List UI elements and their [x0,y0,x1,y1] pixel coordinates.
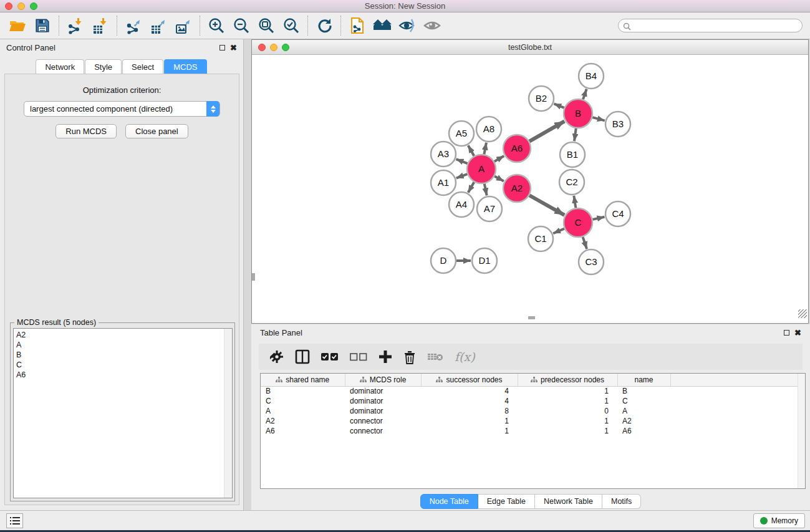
table-row[interactable]: Bdominator41B [261,386,805,396]
network-close-button[interactable] [258,44,266,51]
graph-edge-B-B2[interactable] [554,104,564,108]
table-row[interactable]: A6connector11A6 [261,426,805,436]
tab-mcds[interactable]: MCDS [164,59,206,74]
graph-edge-A-A6[interactable] [494,156,504,162]
export-image-icon[interactable] [171,14,196,37]
graph-node-A2[interactable]: A2 [503,175,531,202]
table-row[interactable]: A2connector11A2 [261,416,805,426]
zoom-in-icon[interactable] [204,14,229,37]
import-network-icon[interactable] [63,14,88,37]
graph-edge-A-A1[interactable] [456,174,468,178]
criterion-dropdown[interactable]: largest connected component (directed) [24,101,220,117]
run-mcds-button[interactable]: Run MCDS [55,124,117,138]
network-minimize-button[interactable] [270,44,277,51]
result-item[interactable]: C [16,360,232,370]
graph-edge-C-C1[interactable] [553,229,564,234]
graph-node-B[interactable]: B [564,99,592,128]
delete-table-icon[interactable] [427,352,443,362]
select-all-columns-icon[interactable] [321,352,339,361]
graph-edge-B-B4[interactable] [583,89,587,100]
graph-node-C[interactable]: C [564,208,592,237]
export-network-icon[interactable] [121,14,146,37]
float-table-panel-icon[interactable] [784,330,789,336]
zoom-selected-icon[interactable] [279,14,304,37]
graph-edge-A-A7[interactable] [485,184,487,196]
network-window-titlebar[interactable]: testGlobe.txt [252,40,808,55]
column-header-successor-nodes[interactable]: successor nodes [421,374,518,386]
table-row[interactable]: Cdominator41C [261,396,805,406]
network-overview-icon[interactable] [370,14,395,37]
column-header-MCDS-role[interactable]: MCDS role [345,374,421,386]
graph-node-B1[interactable]: B1 [560,142,585,167]
open-file-icon[interactable] [5,14,30,37]
graph-edge-C-C3[interactable] [583,237,587,249]
mcds-result-list[interactable]: A2ABCA6 [13,328,233,498]
graph-node-A6[interactable]: A6 [503,135,531,162]
float-panel-icon[interactable] [219,45,225,51]
tab-select[interactable]: Select [122,59,163,74]
create-column-plus-icon[interactable] [378,350,392,364]
result-item[interactable]: A6 [16,370,232,380]
tab-edge-table[interactable]: Edge Table [478,494,535,509]
canvas-horizontal-scrollbar[interactable] [528,316,535,319]
zoom-out-icon[interactable] [229,14,254,37]
tab-network[interactable]: Network [36,59,84,74]
graph-node-A3[interactable]: A3 [431,142,456,167]
function-builder-icon[interactable]: f(x) [455,350,475,364]
tab-motifs[interactable]: Motifs [602,494,641,509]
graph-node-C4[interactable]: C4 [605,201,630,226]
graph-node-B3[interactable]: B3 [605,112,630,137]
table-settings-gear-icon[interactable] [270,350,284,364]
task-history-button[interactable] [6,513,23,528]
import-table-icon[interactable] [88,14,113,37]
tab-node-table[interactable]: Node Table [420,494,478,509]
search-input[interactable] [618,19,803,32]
zoom-fit-icon[interactable] [254,14,279,37]
export-table-icon[interactable] [146,14,171,37]
close-panel-icon[interactable]: ✖ [230,45,237,51]
show-column-panel-icon[interactable] [295,349,310,364]
graph-node-B2[interactable]: B2 [529,86,554,111]
graph-node-C3[interactable]: C3 [579,249,604,274]
graph-edge-A-A2[interactable] [494,176,504,181]
graph-node-A5[interactable]: A5 [449,121,474,146]
column-header-predecessor-nodes[interactable]: predecessor nodes [518,374,617,386]
network-canvas[interactable]: B4B2BB3A5A8A6B1A3AC2A1A2A4A7C4CC1DD1C3 [252,55,808,319]
result-item[interactable]: A2 [16,330,232,340]
graph-edge-B-B3[interactable] [592,117,605,120]
graph-edge-A-A8[interactable] [484,143,486,155]
close-window-button[interactable] [5,2,12,10]
minimize-window-button[interactable] [17,2,25,10]
graph-node-A7[interactable]: A7 [477,196,502,221]
hide-graphics-details-icon[interactable] [395,14,420,37]
close-panel-button[interactable]: Close panel [125,124,188,138]
result-item[interactable]: A [16,340,232,350]
canvas-vertical-scrollbar[interactable] [252,273,255,281]
graph-edge-A-A4[interactable] [468,182,474,193]
table-scrollbar[interactable] [798,374,805,488]
table-row[interactable]: Adominator80A [261,406,805,416]
graph-node-A1[interactable]: A1 [431,170,456,195]
deselect-all-columns-icon[interactable] [350,352,367,361]
window-resize-grip[interactable] [798,309,807,318]
graph-node-A4[interactable]: A4 [449,192,474,217]
graph-node-D[interactable]: D [431,248,456,273]
graph-node-B4[interactable]: B4 [579,64,604,89]
graph-edge-A-A3[interactable] [456,159,467,163]
graph-node-D1[interactable]: D1 [472,248,497,273]
result-list-scrollbar[interactable] [224,329,232,498]
maximize-window-button[interactable] [30,2,37,10]
graph-edge-B-B1[interactable] [574,128,576,141]
graph-edge-A-A5[interactable] [468,145,474,156]
tab-network-table[interactable]: Network Table [535,494,602,509]
graph-node-A[interactable]: A [467,155,496,183]
network-maximize-button[interactable] [282,44,289,51]
save-session-icon[interactable] [30,14,55,37]
clone-network-icon[interactable] [345,14,370,37]
memory-button[interactable]: Memory [753,513,805,528]
graph-node-C2[interactable]: C2 [559,170,584,195]
column-header-name[interactable]: name [617,374,670,386]
close-table-panel-icon[interactable]: ✖ [794,330,801,336]
graph-edge-A6-B[interactable] [529,121,564,141]
result-item[interactable]: B [16,350,232,360]
